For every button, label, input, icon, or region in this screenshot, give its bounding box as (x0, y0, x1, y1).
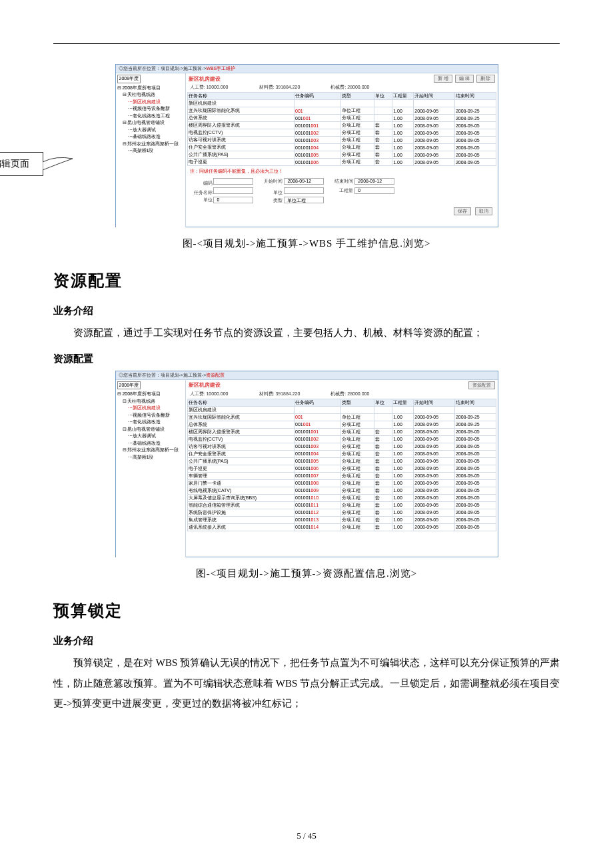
table-row[interactable]: 集成管理系统001001013分项工程套1.002008-09-052008-0… (187, 516, 496, 523)
tree-node[interactable]: ⊟ 郑州农业东路高架桥一段 (117, 447, 184, 454)
cost-summary: 人工费: 10000.000 材料费: 391884.220 机械费: 2800… (187, 389, 496, 399)
subhead-intro-2: 业务介绍 (53, 635, 560, 647)
column-header: 工程量 (392, 399, 414, 406)
table-row[interactable]: 住户安全报警系统001001004分项工程套1.002008-09-052008… (187, 144, 496, 151)
table-row[interactable]: 宜兴玖珑国际智能化系统001单位工程1.002008-09-052008-09-… (187, 107, 496, 115)
para-resource-intro: 资源配置，通过手工实现对任务节点的资源设置，主要包括人力、机械、材料等资源的配置… (53, 323, 560, 343)
type-input[interactable]: 单位工程 (284, 197, 324, 203)
code-input[interactable] (213, 178, 253, 185)
table-row[interactable]: 公共广播系统(PAS)001001005分项工程套1.002008-09-052… (187, 151, 496, 159)
table-row[interactable]: 住户安全报警系统001001004分项工程套1.002008-09-052008… (187, 450, 496, 457)
table-row[interactable]: 家居门禁一卡通001001008分项工程套1.002008-09-052008-… (187, 479, 496, 487)
callout-text: 新增，编辑页面 (0, 158, 29, 170)
column-header: 开始时间 (414, 93, 455, 100)
table-row[interactable]: 车辆管理001001007分项工程套1.002008-09-052008-09-… (187, 472, 496, 479)
page-top-rule (53, 43, 560, 44)
breadcrumb-prefix: 您当前所在位置：项目规划->施工预算-> (123, 66, 207, 71)
qty-input[interactable]: 0 (354, 187, 394, 194)
table-row[interactable]: 电视监控(CCTV)001001002分项工程套1.002008-09-0520… (187, 435, 496, 443)
table-row[interactable]: 总体系统001001分项工程1.002008-09-052008-09-25 (187, 421, 496, 428)
tree-node[interactable]: ⋯高架桥1段 (117, 147, 184, 155)
edit-form: 编码 开始时间 2008-09-12 结束时间 2008-09-12 任务名称 … (187, 177, 496, 206)
year-select[interactable]: 2008年度 (117, 381, 141, 390)
tree-node[interactable]: ⋯老化线路改造 (117, 419, 184, 426)
form-button[interactable]: 取消 (475, 207, 492, 215)
tree-panel: 2008年度 ⊟ 2008年度所有项目⊟ 天柱电视线路⋯新区机房建设⋯视频信号设… (116, 380, 186, 557)
table-row[interactable]: 楼区周界防入侵报警系统001001001分项工程套1.002008-09-052… (187, 428, 496, 435)
tree-node[interactable]: ⋯高架桥1段 (117, 454, 184, 461)
resource-config-button[interactable]: 资源配置 (468, 381, 495, 389)
tree-node[interactable]: ⋯视频信号设备翻新 (117, 412, 184, 419)
column-header: 任务编码 (295, 93, 341, 100)
screenshot-resource-config: ◎您当前所在位置：项目规划->施工预算->资源配置 2008年度 ⊟ 2008年… (115, 371, 498, 557)
figure-caption-1: 图-<项目规划->施工预算->WBS 手工维护信息.浏览> (53, 237, 560, 250)
breadcrumb-leaf: 资源配置 (206, 373, 225, 377)
tree-node[interactable]: ⊟ 2008年度所有项目 (117, 85, 184, 92)
table-row[interactable]: 公共广播系统(PAS)001001005分项工程套1.002008-09-052… (187, 457, 496, 465)
action-button[interactable]: 删 除 (476, 75, 495, 83)
callout-bubble: 新增，编辑页面 (0, 152, 43, 176)
end-input[interactable]: 2008-09-12 (354, 178, 394, 185)
table-row[interactable]: 新区机房建设 (187, 406, 496, 413)
column-header: 结束时间 (454, 399, 496, 406)
panel-title: 新区机房建设 (189, 75, 221, 83)
table-row[interactable]: 楼区周界防入侵报警系统001001001分项工程套1.002008-09-052… (187, 122, 496, 129)
tree-node[interactable]: ⋯基础线路改造 (117, 133, 184, 141)
wbs-table: 任务名称任务编码类型单位工程量开始时间结束时间 新区机房建设宜兴玖珑国际智能化系… (187, 92, 496, 166)
column-header: 类型 (340, 399, 374, 406)
tree-node[interactable]: ⋯新区机房建设 (117, 405, 184, 412)
callout-tail-icon (43, 155, 76, 175)
tree-node[interactable]: ⋯放大器调试 (117, 127, 184, 134)
tree-node[interactable]: ⋯基础线路改造 (117, 440, 184, 447)
tree-node[interactable]: ⊟ 天柱电视线路 (117, 398, 184, 405)
breadcrumb-prefix: 您当前所在位置：项目规划->施工预算-> (123, 373, 207, 377)
para-budget-lock: 预算锁定，是在对 WBS 预算确认无误的情况下，把任务节点置为不可编辑状态，这样… (53, 653, 560, 714)
tree-node[interactable]: ⊟ 郑州农业东路高架桥一段 (117, 141, 184, 148)
subhead-resource-config: 资源配置 (53, 353, 560, 365)
task-input[interactable] (213, 187, 253, 194)
tree-node[interactable]: ⋯老化线路改造工程 (117, 113, 184, 120)
tree-node[interactable]: ⊟ 昆山电视管道铺设 (117, 119, 184, 127)
table-row[interactable]: 电视监控(CCTV)001001002分项工程套1.002008-09-0520… (187, 129, 496, 137)
table-row[interactable]: 电子巡更001001006分项工程套1.002008-09-052008-09-… (187, 159, 496, 166)
table-row[interactable]: 访客可视对讲系统001001003分项工程套1.002008-09-052008… (187, 443, 496, 450)
table-row[interactable]: 宜兴玖珑国际智能化系统001单位工程1.002008-09-052008-09-… (187, 413, 496, 421)
tree-node[interactable]: ⋯视频信号设备翻新 (117, 105, 184, 113)
tree-node[interactable]: ⊟ 2008年度所有项目 (117, 391, 184, 398)
unit-input[interactable] (284, 187, 324, 194)
table-row[interactable]: 电子巡更001001006分项工程套1.002008-09-052008-09-… (187, 465, 496, 472)
action-button[interactable]: 新 增 (434, 75, 452, 83)
tree-node[interactable]: ⋯新区机房建设 (117, 99, 184, 106)
action-button[interactable]: 编 辑 (455, 75, 474, 83)
table-row[interactable]: 访客可视对讲系统001001003分项工程套1.002008-09-052008… (187, 137, 496, 144)
form-button[interactable]: 保存 (454, 207, 471, 215)
column-header: 工程量 (392, 93, 414, 100)
tree-panel: 2008年度 ⊟ 2008年度所有项目⊟ 天柱电视线路⋯新区机房建设⋯视频信号设… (116, 73, 186, 227)
unit2-input[interactable]: 0 (213, 197, 253, 203)
panel-title: 新区机房建设 (189, 381, 221, 389)
tree-node[interactable]: ⊟ 天柱电视线路 (117, 91, 184, 99)
wbs-table: 任务名称任务编码类型单位工程量开始时间结束时间 新区机房建设宜兴玖珑国际智能化系… (187, 399, 496, 531)
table-row[interactable]: 系统防雷保护设施001001012分项工程套1.002008-09-052008… (187, 509, 496, 516)
table-row[interactable]: 智能综合通信箱管理系统001001011分项工程套1.002008-09-052… (187, 501, 496, 509)
cost-summary: 人工费: 10000.000 材料费: 391884.220 机械费: 2800… (187, 83, 496, 92)
table-row[interactable]: 通讯系统接入系统001001014分项工程套1.002008-09-052008… (187, 523, 496, 531)
start-input[interactable]: 2008-09-12 (284, 178, 324, 185)
table-row[interactable]: 有线电视系统(CATV)001001009分项工程套1.002008-09-05… (187, 487, 496, 494)
page-number: 5 / 45 (0, 831, 613, 841)
table-row[interactable]: 新区机房建设 (187, 100, 496, 107)
column-header: 开始时间 (414, 399, 455, 406)
column-header: 任务编码 (295, 399, 341, 406)
section-resource-config: 资源配置 (53, 270, 560, 291)
column-header: 单位 (374, 93, 392, 100)
tree-node[interactable]: ⊟ 昆山电视管道铺设 (117, 426, 184, 433)
column-header: 任务名称 (187, 93, 295, 100)
tree-node[interactable]: ⋯放大器调试 (117, 433, 184, 440)
year-select[interactable]: 2008年度 (117, 75, 141, 83)
table-row[interactable]: 大屏幕及信息显示查询系统(BBS)001001010分项工程套1.002008-… (187, 494, 496, 501)
column-header: 单位 (374, 399, 392, 406)
figure-caption-2: 图-<项目规划->施工预算->资源配置信息.浏览> (53, 567, 560, 580)
column-header: 类型 (340, 93, 374, 100)
breadcrumb-leaf: WBS手工维护 (206, 66, 235, 71)
table-row[interactable]: 总体系统001001分项工程1.002008-09-052008-09-25 (187, 115, 496, 122)
